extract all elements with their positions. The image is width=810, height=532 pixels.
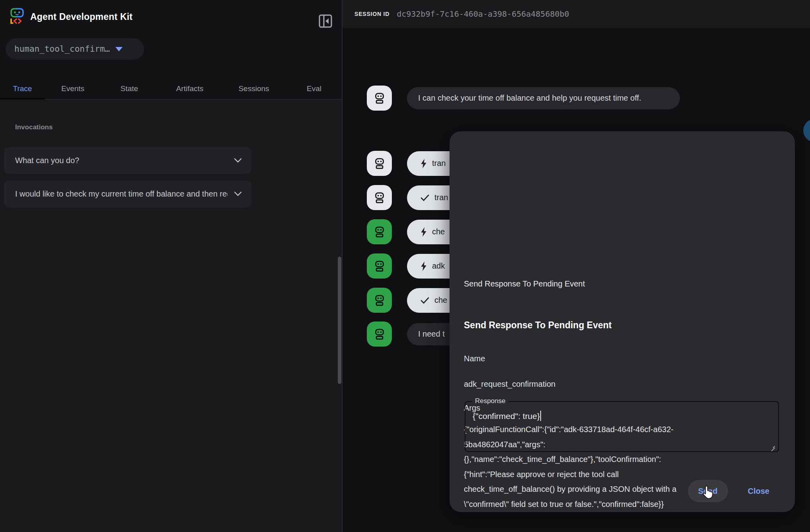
session-id-value: dc932b9f-7c16-460a-a398-656a485680b0: [397, 9, 569, 19]
dialog-actions: Send Close: [688, 480, 780, 502]
bot-avatar-icon: [367, 219, 392, 244]
invocation-text: What can you do?: [15, 156, 228, 165]
chevron-down-icon: [234, 157, 242, 164]
agent-select-value: human_tool_confirm…: [14, 44, 110, 54]
invocation-item[interactable]: I would like to check my current time of…: [4, 181, 251, 207]
check-icon: [421, 297, 429, 304]
tool-call-label: che: [432, 227, 445, 236]
sidebar-scrollbar-thumb[interactable]: [338, 257, 341, 384]
bot-avatar-icon: [367, 185, 392, 210]
session-id-label: SESSION ID: [354, 11, 389, 17]
dialog-heading: Send Response To Pending Event: [464, 320, 611, 331]
tool-result-label: tran: [434, 193, 448, 202]
tool-result-label: che: [434, 296, 447, 305]
tool-call-label: tran: [432, 159, 446, 168]
check-icon: [421, 194, 429, 201]
panel-divider: [342, 0, 343, 532]
response-field-label: Response: [472, 397, 509, 405]
tab-state[interactable]: State: [101, 78, 158, 99]
response-field-value: {"confirmed": true}: [473, 411, 541, 421]
bolt-icon: [421, 227, 427, 237]
dropdown-arrow-icon: [115, 47, 123, 51]
name-value: adk_request_confirmation: [464, 380, 555, 389]
tab-trace[interactable]: Trace: [0, 78, 45, 99]
args-line: {},"name":"check_time_off_balance"},"too…: [464, 452, 779, 467]
sidebar: Agent Development Kit human_tool_confirm…: [0, 0, 342, 532]
app-title: Agent Development Kit: [30, 12, 132, 22]
bot-avatar-icon: [367, 288, 392, 313]
send-button[interactable]: Send: [688, 480, 728, 502]
bot-avatar-icon: [367, 322, 392, 347]
invocations-heading: Invocations: [15, 123, 53, 131]
session-header: SESSION ID dc932b9f-7c16-460a-a398-656a4…: [343, 0, 810, 28]
name-label: Name: [464, 354, 485, 363]
tab-sessions[interactable]: Sessions: [222, 78, 286, 99]
tool-call-label: adk: [432, 261, 445, 271]
sidebar-tabs: Trace Events State Artifacts Sessions Ev…: [0, 78, 342, 99]
agent-select-dropdown[interactable]: human_tool_confirm…: [6, 38, 144, 60]
bolt-icon: [421, 261, 427, 271]
tab-artifacts[interactable]: Artifacts: [158, 78, 222, 99]
collapse-sidebar-icon[interactable]: [319, 14, 332, 28]
invocation-text: I would like to check my current time of…: [15, 189, 228, 199]
text-caret: [540, 411, 541, 421]
resize-handle-icon[interactable]: [770, 443, 775, 448]
bot-avatar-icon: [367, 86, 392, 111]
tab-events[interactable]: Events: [45, 78, 101, 99]
invocation-item[interactable]: What can you do?: [4, 147, 251, 174]
bot-message-bubble: I can check your time off balance and he…: [407, 87, 680, 109]
adk-web-app: Agent Development Kit human_tool_confirm…: [0, 0, 810, 532]
pending-event-dialog: Send Response To Pending Event Send Resp…: [450, 131, 795, 512]
adk-logo-icon: [10, 8, 25, 26]
bot-avatar-icon: [367, 253, 392, 279]
chevron-down-icon: [234, 191, 242, 198]
tab-eval[interactable]: Eval: [286, 78, 342, 99]
sidebar-header: Agent Development Kit: [10, 8, 132, 25]
close-button[interactable]: Close: [738, 480, 780, 502]
response-textarea[interactable]: Response {"confirmed": true}: [465, 401, 779, 452]
bolt-icon: [421, 159, 427, 168]
bot-avatar-icon: [367, 151, 392, 176]
dialog-title: Send Response To Pending Event: [464, 279, 585, 288]
